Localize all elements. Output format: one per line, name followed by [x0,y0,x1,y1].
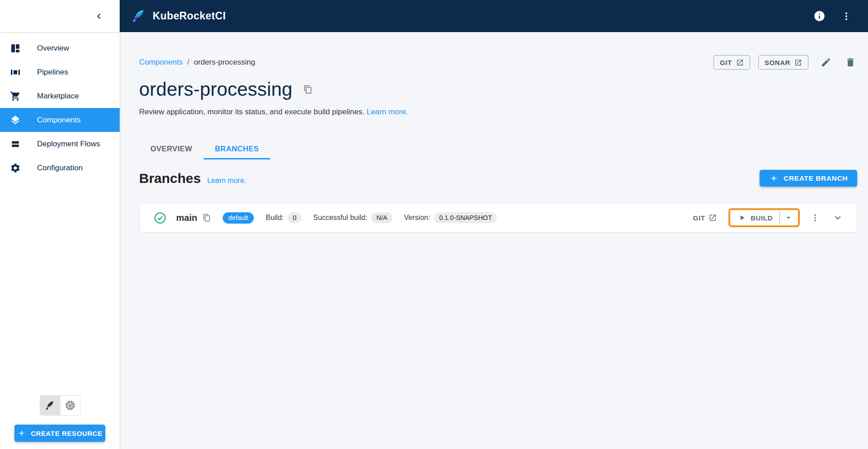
kubernetes-wheel-icon [65,400,76,411]
app-menu-button[interactable] [839,9,854,23]
sidebar-item-label: Components [37,116,80,125]
tab-overview[interactable]: OVERVIEW [139,140,204,159]
quill-logo-icon [131,9,146,24]
brand: KubeRocketCI [131,9,226,24]
copy-branch-button[interactable] [202,213,212,223]
sidebar-header [0,0,120,32]
breadcrumb: Components / orders-processing [139,58,255,67]
version-stat-value: 0.1.0-SNAPSHOT [434,212,497,223]
cart-icon [10,91,21,102]
info-icon [813,10,826,22]
branches-learn-more-link[interactable]: Learn more. [207,177,246,185]
brand-name: KubeRocketCI [153,10,226,22]
breadcrumb-current: orders-processing [194,58,255,67]
dashboard-icon [10,43,21,54]
version-stat-label: Version: [404,214,430,222]
successful-build-stat-label: Successful build: [313,214,367,222]
branch-name: main [176,213,197,223]
create-resource-button[interactable]: CREATE RESOURCE [14,425,105,442]
trash-icon [845,57,856,68]
copy-icon [303,85,313,94]
play-icon [738,214,746,222]
app-bar: KubeRocketCI [120,0,868,32]
tab-branches[interactable]: BRANCHES [204,140,271,159]
sidebar: Overview Pipelines Marketplace Component… [0,32,120,449]
sidebar-item-label: Overview [37,44,69,53]
create-branch-label: CREATE BRANCH [784,174,848,182]
sonar-button-label: SONAR [765,59,790,66]
build-stat-value: 0 [288,212,301,223]
page-actions: GIT SONAR [714,55,857,70]
page-title: orders-processing [139,79,293,100]
external-link-icon [709,214,717,222]
version-stat: Version: 0.1.0-SNAPSHOT [404,212,497,223]
build-options-button[interactable] [780,211,797,224]
plus-icon [769,173,779,183]
info-button[interactable] [812,8,827,24]
sidebar-item-overview[interactable]: Overview [0,36,120,60]
chevron-down-icon [832,212,844,224]
sidebar-item-label: Configuration [37,164,83,173]
sidebar-item-label: Marketplace [37,92,79,101]
build-stat: Build: 0 [266,212,301,223]
top-bar: KubeRocketCI [0,0,868,32]
chevron-left-icon [93,11,104,22]
sidebar-item-label: Pipelines [37,68,68,77]
quill-view-toggle[interactable] [40,396,60,415]
successful-build-stat-value: N/A [371,212,392,223]
git-button-label: GIT [720,59,732,66]
sonar-button[interactable]: SONAR [758,55,808,70]
build-stat-label: Build: [266,214,284,222]
sidebar-item-deployment-flows[interactable]: Deployment Flows [0,132,120,156]
build-button-highlight: BUILD [728,208,800,227]
default-badge: default [223,212,254,224]
quill-icon [45,400,56,411]
create-resource-label: CREATE RESOURCE [31,430,103,437]
view-toggle-group [40,395,80,416]
gear-icon [10,163,21,173]
layers-icon [10,115,21,126]
branch-row: main default Build: 0 Successful build: … [139,203,857,233]
sidebar-item-label: Deployment Flows [37,140,100,149]
caret-down-icon [784,213,793,222]
git-button[interactable]: GIT [714,55,750,70]
page-description: Review application, monitor its status, … [139,108,857,117]
breadcrumb-components-link[interactable]: Components [139,58,182,67]
description-text: Review application, monitor its status, … [139,108,364,116]
description-learn-more-link[interactable]: Learn more. [367,108,408,116]
tabs: OVERVIEW BRANCHES [139,140,857,159]
pencil-icon [821,57,831,68]
build-button[interactable]: BUILD [731,211,779,224]
copy-title-button[interactable] [303,84,313,95]
build-button-label: BUILD [751,214,773,222]
kubernetes-view-toggle[interactable] [60,396,80,415]
copy-icon [203,214,211,222]
sidebar-item-configuration[interactable]: Configuration [0,156,120,180]
kebab-menu-icon [810,213,820,223]
external-link-icon [736,59,744,66]
branches-heading: Branches [139,171,201,186]
build-split-button: BUILD [731,211,797,224]
sidebar-item-marketplace[interactable]: Marketplace [0,84,120,108]
sidebar-item-components[interactable]: Components [0,108,120,132]
delete-button[interactable] [844,56,857,69]
external-link-icon [794,59,802,66]
successful-build-stat: Successful build: N/A [313,212,392,223]
branch-expand-button[interactable] [831,210,845,225]
branch-git-link[interactable]: GIT [693,214,717,222]
main-content: Components / orders-processing GIT SONAR [120,32,868,449]
branch-git-label: GIT [693,214,705,222]
stacked-bars-icon [10,139,21,150]
create-branch-button[interactable]: CREATE BRANCH [760,170,857,187]
plus-icon [17,429,26,438]
edit-button[interactable] [819,56,833,69]
check-circle-icon [154,212,166,224]
breadcrumb-separator: / [187,58,189,67]
branch-menu-button[interactable] [809,211,821,224]
sidebar-item-pipelines[interactable]: Pipelines [0,60,120,84]
pipelines-icon [10,67,21,78]
kebab-menu-icon [841,11,852,22]
kuberocketci-window: KubeRocketCI [0,0,868,449]
sidebar-collapse-button[interactable] [91,8,107,24]
